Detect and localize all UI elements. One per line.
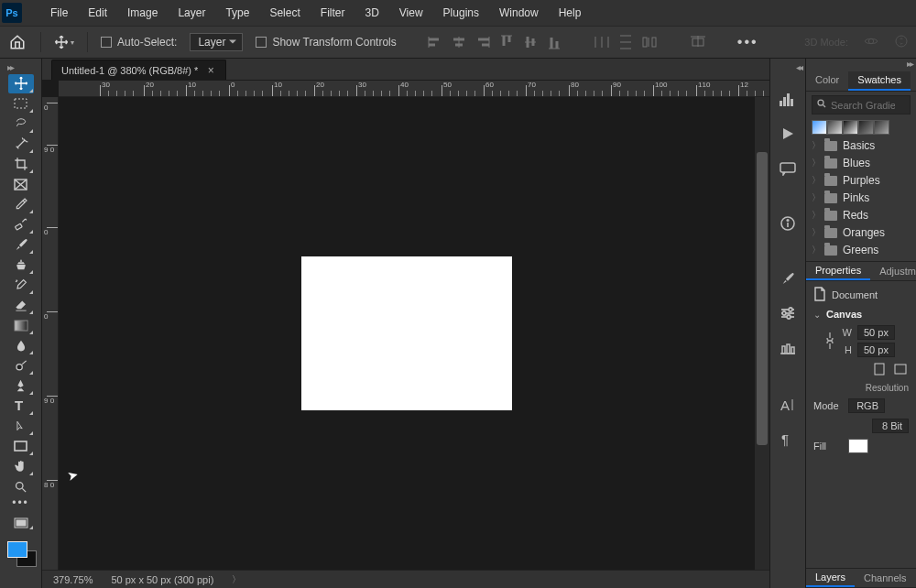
rectangle-shape-tool[interactable] xyxy=(8,437,34,456)
menu-file[interactable]: File xyxy=(40,0,78,26)
pan3d-icon xyxy=(894,34,909,51)
canvas-viewport[interactable]: ➤ xyxy=(59,97,755,570)
menu-layer[interactable]: Layer xyxy=(168,0,215,26)
magic-wand-tool[interactable] xyxy=(8,135,34,154)
zoom-level[interactable]: 379.75% xyxy=(53,574,93,585)
menu-3d[interactable]: 3D xyxy=(354,0,388,26)
autoselect-checkbox[interactable] xyxy=(101,37,112,48)
frame-tool[interactable] xyxy=(8,175,34,194)
menu-image[interactable]: Image xyxy=(117,0,168,26)
panel-brushes-icon[interactable] xyxy=(777,267,799,289)
gradient-group-greens[interactable]: 〉Greens xyxy=(812,243,911,257)
menu-select[interactable]: Select xyxy=(259,0,310,26)
gradient-tool[interactable] xyxy=(8,316,34,335)
gradient-group-basics[interactable]: 〉Basics xyxy=(812,138,911,153)
panel-character-icon[interactable]: A xyxy=(777,394,799,416)
folder-icon xyxy=(824,211,837,221)
tab-adjustments[interactable]: Adjustments xyxy=(870,263,916,279)
gradient-preset-3[interactable] xyxy=(843,120,858,135)
gradient-search[interactable] xyxy=(812,95,911,114)
tab-layers[interactable]: Layers xyxy=(806,569,855,587)
gradient-preset-5[interactable] xyxy=(874,120,889,135)
document-tab[interactable]: Untitled-1 @ 380% (RGB/8#) * × xyxy=(51,60,226,80)
scrollbar-thumb[interactable] xyxy=(757,152,768,445)
tab-properties[interactable]: Properties xyxy=(806,262,870,280)
options-overflow-icon[interactable]: ••• xyxy=(737,34,758,50)
healing-brush-tool[interactable] xyxy=(8,215,34,234)
eraser-tool[interactable] xyxy=(8,296,34,315)
tab-color[interactable]: Color xyxy=(806,71,848,91)
foreground-color[interactable] xyxy=(7,541,27,558)
type-tool[interactable]: T xyxy=(8,397,34,416)
link-wh-icon[interactable] xyxy=(824,331,835,353)
brush-tool[interactable] xyxy=(8,235,34,255)
eyedropper-tool[interactable] xyxy=(8,195,34,214)
ruler-vertical[interactable]: 09 0009 08 0 xyxy=(42,97,59,570)
bits-value[interactable]: 8 Bit xyxy=(872,419,909,433)
gradient-search-input[interactable] xyxy=(831,100,895,111)
toolbox-expand-icon[interactable]: ▸▸ xyxy=(0,60,41,73)
hand-tool[interactable] xyxy=(8,457,34,476)
tab-swatches[interactable]: Swatches xyxy=(848,71,911,91)
menu-edit[interactable]: Edit xyxy=(78,0,117,26)
move-tool[interactable] xyxy=(8,74,34,93)
distribute-group xyxy=(593,35,659,49)
vertical-scrollbar[interactable] xyxy=(755,97,769,570)
iconstrip-expand-icon[interactable]: ◂◂ xyxy=(770,62,805,75)
screen-mode-icon[interactable] xyxy=(8,516,34,530)
svg-point-57 xyxy=(789,308,792,311)
gradient-preset-1[interactable] xyxy=(812,120,827,135)
height-value[interactable]: 50 px xyxy=(857,343,895,357)
gradient-group-reds[interactable]: 〉Reds xyxy=(812,208,911,223)
transform-controls-checkbox[interactable] xyxy=(256,37,267,48)
lasso-tool[interactable] xyxy=(8,114,34,134)
svg-point-51 xyxy=(781,217,794,230)
orientation-landscape-icon[interactable] xyxy=(894,364,907,376)
home-icon[interactable] xyxy=(7,32,27,52)
ruler-horizontal[interactable]: 302010010203040506070809010011012 xyxy=(59,81,769,97)
menu-type[interactable]: Type xyxy=(215,0,259,26)
pen-tool[interactable] xyxy=(8,376,34,396)
mode-value[interactable]: RGB xyxy=(848,398,885,413)
dodge-tool[interactable] xyxy=(8,356,34,376)
menu-filter[interactable]: Filter xyxy=(311,0,355,26)
edit-toolbar-icon[interactable]: ••• xyxy=(8,496,34,509)
panel-info-icon[interactable] xyxy=(777,212,799,234)
gradient-group-blues[interactable]: 〉Blues xyxy=(812,156,911,170)
menu-window[interactable]: Window xyxy=(489,0,549,26)
rect-marquee-tool[interactable] xyxy=(8,94,34,114)
menu-help[interactable]: Help xyxy=(549,0,592,26)
blur-tool[interactable] xyxy=(8,336,34,355)
autoselect-target-dropdown[interactable]: Layer xyxy=(190,33,243,51)
tab-channels[interactable]: Channels xyxy=(855,570,915,586)
panel-adjustments-icon[interactable] xyxy=(777,302,799,324)
history-brush-tool[interactable] xyxy=(8,276,34,295)
gradient-group-oranges[interactable]: 〉Oranges xyxy=(812,225,911,240)
canvas-twirl-icon[interactable]: ⌄ xyxy=(813,310,821,320)
doc-info[interactable]: 50 px x 50 px (300 ppi) xyxy=(111,574,213,585)
rightcol-collapse-icon[interactable]: ▸▸ xyxy=(806,59,916,71)
panel-paragraph-icon[interactable]: ¶ xyxy=(777,429,799,451)
canvas[interactable] xyxy=(301,256,512,410)
panel-comments-icon[interactable] xyxy=(777,158,799,180)
panel-histogram-icon[interactable] xyxy=(777,88,799,110)
fill-swatch[interactable] xyxy=(848,439,868,453)
path-selection-tool[interactable] xyxy=(8,417,34,436)
close-tab-icon[interactable]: × xyxy=(205,65,216,76)
panel-play-icon[interactable] xyxy=(777,123,799,145)
gradient-preset-4[interactable] xyxy=(858,120,874,135)
move-tool-icon[interactable]: ▾ xyxy=(54,32,74,52)
menu-plugins[interactable]: Plugins xyxy=(433,0,489,26)
clone-stamp-tool[interactable] xyxy=(8,256,34,275)
crop-tool[interactable] xyxy=(8,155,34,174)
color-swatches[interactable] xyxy=(5,534,37,565)
gradient-preset-2[interactable] xyxy=(827,120,843,135)
gradient-group-purples[interactable]: 〉Purples xyxy=(812,173,911,188)
menu-view[interactable]: View xyxy=(389,0,433,26)
gradient-group-pinks[interactable]: 〉Pinks xyxy=(812,191,911,205)
doc-info-chevron-icon[interactable]: 〉 xyxy=(232,573,241,586)
orientation-portrait-icon[interactable] xyxy=(874,363,885,377)
zoom-tool[interactable] xyxy=(8,477,34,496)
width-value[interactable]: 50 px xyxy=(857,325,895,340)
panel-libraries-icon[interactable] xyxy=(777,337,799,359)
